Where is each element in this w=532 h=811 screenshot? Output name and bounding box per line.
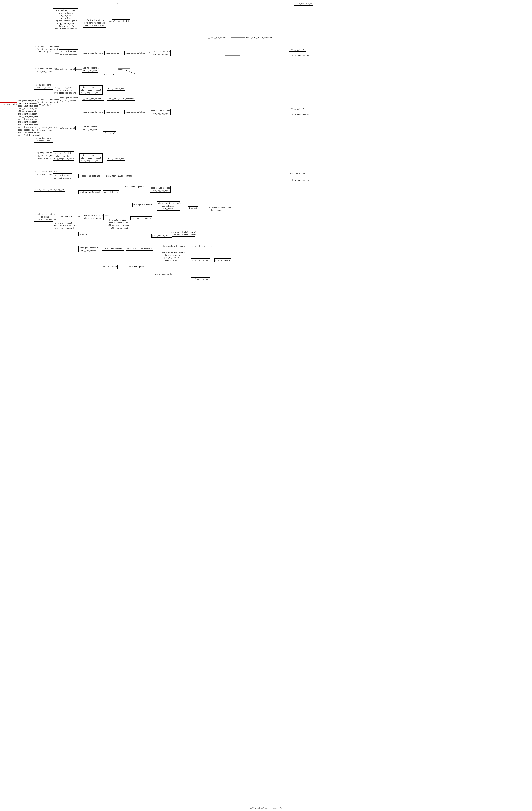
node-scsi-setup-fs-cmnd-upper: scsi_setup_fs_cmnd	[81, 51, 104, 55]
node-blk-update-bidi-request: blk_update_bidi_requestblk_finish_reques…	[82, 214, 104, 220]
node-cfq-should-idle-lower: cfq_should_idlecfq_check_fifocfq_dispatc…	[53, 151, 74, 160]
node-cfq-set-prio-slice: cfq_set_prio_slice	[191, 244, 214, 248]
edges-svg	[0, 0, 532, 811]
node-blk-dequeue-lower: blk_dequeue_requestblk_add_timer	[34, 170, 55, 176]
node-scsi-init-io-upper: scsi_init_io	[105, 51, 120, 55]
node-cfq-put-queue: cfq_put_queue	[214, 259, 231, 262]
node-scsi-host-alloc-command-lower: scsi_host_alloc_command	[105, 174, 134, 178]
node-scsi-put-command: scsi_put_commandscsi_run_queue	[78, 246, 97, 253]
node-cfq-find-next-rq-top: cfq_find_next_rqcfq_remove_requestelv_di…	[83, 18, 106, 28]
node-scsi-get-command-lower: __scsi_get_command	[78, 174, 101, 178]
node-part-round-stats: part_round_stats	[151, 234, 172, 238]
node-cfq-completed-request: cfq_completed_request	[161, 244, 187, 248]
node-mptscsih-qcmd-upper: mptscsih_qcmd	[59, 67, 76, 71]
node-cfq-find-next-rq-lower: cfq_find_next_rqcfq_remove_requestelv_di…	[79, 153, 103, 163]
node-blk-account-io-completion: blk_account_io_completionbio_advancebio_…	[156, 201, 180, 211]
node-blk-dequeue-upper: blk_dequeue_requestblk_add_timer	[34, 67, 55, 73]
node-scsi-sg-free: scsi_sg_free	[78, 232, 94, 236]
node-elv-rb-del-top: scsi_request_fn	[294, 2, 314, 6]
node-elv-nqhash-del-upper2: elv_nqhash_del	[107, 87, 125, 91]
node-scsi-get-command-mid: __scsi_get_command	[81, 97, 104, 101]
node-cfq-put-request: cfq_put_request	[191, 259, 210, 262]
node-scsi-get-sd-init-mid: scsi_get_commandsd_init_command	[59, 96, 78, 102]
node-scsi-sg-alloc-upper: scsi_sg_alloc	[289, 48, 306, 52]
diagram-container: scsi_request_fn cfq_get_next_cfqqcfq_rb_…	[0, 0, 532, 811]
node-scsi-get-command-top: __scsi_get_command	[207, 36, 229, 40]
node-scsi-device-unbusy: scsi_device_unbusysd_donescsi_io_complet…	[34, 212, 55, 221]
node-cfq-dispatch-upper: cfq_dispatch_requestscfq_activate_reques…	[34, 45, 55, 54]
node-scsi-get-sd-init-upper: scsi_get_commandsd_init_command	[59, 49, 78, 56]
node-blk-end-request: blk_end_requestscsi_release_buffersscsi_…	[53, 221, 74, 230]
node-elv-completed-request: elv_completed_requestelv_put_requestput_…	[161, 250, 184, 262]
node-scsi-alloc-sgtable-mid: scsi_alloc_sgtableblk_rq_map_sg	[150, 109, 171, 116]
node-cfq-dispatch-lower: cfq_dispatch_requestscfq_activate_reques…	[34, 151, 55, 160]
node-scsi-handle-queue-ramp-up: scsi_handle_queue_ramp_up	[34, 188, 65, 192]
node-bio-disassociate: bio_disassociate_taskbvec_free	[206, 205, 227, 212]
node-blk-end-bidi-request: blk_end_bidi_request	[59, 215, 83, 219]
node-scsi-alloc-sgtable-lower: scsi_alloc_sgtableblk_rq_map_sg	[150, 186, 171, 193]
node-scsi-init-io-lower: scsi_init_io	[103, 190, 119, 194]
node-scsi-host-free-command: scsi_host_free_command	[126, 246, 153, 250]
node-mptscsih-qcmd-mid: mptscsih_qcmd	[59, 126, 76, 130]
node-scsi-init-sgtable-mid: scsi_init_sgtable	[124, 110, 146, 114]
node-cfq-find-next-rq-upper2: cfq_find_next_rqcfq_remove_requestelv_di…	[79, 85, 103, 95]
node-blk-dequeue-mid: blk_dequeue_requestblk_add_timer	[34, 126, 55, 132]
node-blk-bios-map-sg-upper: __blk_bios_map_sg	[289, 54, 310, 58]
node-sd-uninit-command: sd_uninit_command	[130, 216, 152, 220]
node-scsi-host-alloc-command-mid: scsi_host_alloc_command	[107, 97, 135, 101]
node-scsi-init-sgtable-upper: scsi_init_sgtable	[124, 51, 146, 55]
node-blk-run-queue: blk_run_queue	[101, 265, 118, 269]
node-elv-rb-del-lower-mid: elv_rb_del	[103, 131, 117, 135]
node-scsi-log-send-mid: scsi_log_sendmptspi_qcmd	[34, 136, 53, 143]
node-int-scsilun-mid: int_to_scsilunscsi_dma_map	[81, 125, 98, 131]
node-int-scsilun-upper: int_to_scsilunscsi_dma_map	[81, 66, 98, 73]
node-scsi-alloc-sgtable-upper: scsi_alloc_sgtableblk_rq_map_sg	[150, 50, 171, 56]
node-bio-put: bio_put	[188, 206, 198, 210]
node-scsi-init-io-mid: scsi_init_io	[105, 110, 120, 114]
node-scsi-get-sd-init-lower: scsi_get_commandsd_init_command	[53, 173, 72, 180]
node-freed-request: __freed_request	[191, 277, 210, 281]
node-scsi-host-alloc-command-top: scsi_host_alloc_command	[245, 36, 273, 40]
node-scsi-log-send-upper: scsi_log_sendmptspi_qcmd	[34, 83, 53, 90]
node-cfq-top-group: cfq_get_next_cfqqcfq_rb_firstcfq_rb_firs…	[53, 9, 78, 31]
node-cfq-should-idle-upper: cfq_should_idlecfq_check_fifocfq_dispatc…	[53, 86, 74, 95]
node-blk-run-queue-inner: __blk_run_queue	[126, 265, 145, 269]
node-scsi-setup-fs-cmnd-lower: scsi_setup_fs_cmnd	[78, 190, 101, 194]
diagram-caption: callgraph of scsi_request_fn	[250, 807, 282, 809]
node-elv-rb-del-mid: elv_rb_del	[103, 73, 117, 76]
node-scsi-setup-fs-cmnd-mid: scsi_setup_fs_cmnd	[81, 110, 104, 114]
node-blk-delete-timer: blk_delete_timerscsi_unprepare_fnblk_acc…	[107, 218, 130, 230]
node-scsi-init-sgtable-lower: scsi_init_sgtable	[124, 185, 146, 189]
node-elv-nqhash-del-top: elv_nqhash_del	[112, 19, 130, 23]
node-blk-bios-map-sg-lower: __blk_bios_map_sg	[289, 178, 310, 182]
node-blk-bios-map-sg-mid: __blk_bios_map_sg	[289, 113, 310, 117]
node-elv-nqhash-del-lower: elv_nqhash_del	[107, 156, 125, 160]
node-scsi-put-command-inner: __scsi_put_command	[102, 246, 124, 250]
node-blk-update-request: blk_update_request	[133, 203, 155, 207]
node-scsi-sg-alloc-lower: scsi_sg_alloc	[289, 172, 306, 176]
node-part-round-stats-single: part_round_stats_singlepart_round_stats_…	[170, 230, 196, 236]
node-scsi-request-fn-recursive: scsi_request_fn	[154, 272, 173, 276]
node-scsi-sg-alloc-mid: scsi_sg_alloc	[289, 107, 306, 111]
node-left-sidebar: blk_peek_requestblk_start_requestscsi_in…	[17, 99, 36, 137]
